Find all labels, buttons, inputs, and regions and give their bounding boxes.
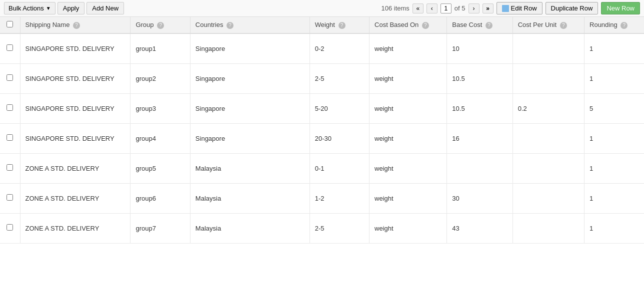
col-label-weight: Weight bbox=[315, 21, 335, 28]
cell-group: group4 bbox=[130, 123, 190, 153]
cell-base-cost: 10 bbox=[447, 33, 512, 63]
cell-countries: Singapore bbox=[190, 93, 310, 123]
col-header-group: Group ? bbox=[130, 17, 190, 33]
cell-shipping-name: SINGAPORE STD. DELIVERY bbox=[20, 63, 130, 93]
table-row: ZONE A STD. DELIVERYgroup6Malaysia1-2wei… bbox=[0, 183, 644, 213]
row-checkbox[interactable] bbox=[6, 224, 13, 231]
cell-base-cost: 30 bbox=[447, 183, 512, 213]
add-new-button[interactable]: Add New bbox=[86, 2, 124, 14]
cell-base-cost bbox=[447, 153, 512, 183]
table-row: ZONE A STD. DELIVERYgroup5Malaysia0-1wei… bbox=[0, 153, 644, 183]
row-checkbox[interactable] bbox=[6, 44, 13, 51]
cell-cost-per-unit bbox=[512, 183, 584, 213]
cell-countries: Malaysia bbox=[190, 183, 310, 213]
group-help-icon: ? bbox=[157, 22, 164, 29]
shipping-table: Shipping Name ? Group ? Countries ? Weig… bbox=[0, 17, 644, 244]
col-header-shipping-name: Shipping Name ? bbox=[20, 17, 130, 33]
items-count: 106 items bbox=[381, 4, 409, 12]
duplicate-row-button[interactable]: Duplicate Row bbox=[546, 2, 598, 14]
cell-cost-per-unit bbox=[512, 123, 584, 153]
table-row: SINGAPORE STD. DELIVERYgroup2Singapore2-… bbox=[0, 63, 644, 93]
apply-button[interactable]: Apply bbox=[58, 2, 85, 14]
countries-help-icon: ? bbox=[226, 22, 234, 29]
bulk-actions-button[interactable]: Bulk Actions ▼ bbox=[4, 2, 56, 14]
cell-group: group7 bbox=[130, 213, 190, 243]
cell-group: group1 bbox=[130, 33, 190, 63]
row-checkbox[interactable] bbox=[6, 104, 13, 111]
cell-rounding: 1 bbox=[584, 213, 644, 243]
row-checkbox[interactable] bbox=[6, 74, 13, 81]
col-header-base-cost: Base Cost ? bbox=[447, 17, 512, 33]
cell-base-cost: 10.5 bbox=[447, 63, 512, 93]
rounding-help-icon: ? bbox=[620, 22, 628, 29]
row-checkbox-cell bbox=[0, 63, 20, 93]
cell-cost-based-on: weight bbox=[370, 33, 447, 63]
table-row: ZONE A STD. DELIVERYgroup7Malaysia2-5wei… bbox=[0, 213, 644, 243]
col-header-rounding: Rounding ? bbox=[584, 17, 644, 33]
col-header-cost-based-on: Cost Based On ? bbox=[370, 17, 447, 33]
table-row: SINGAPORE STD. DELIVERYgroup4Singapore20… bbox=[0, 123, 644, 153]
row-checkbox[interactable] bbox=[6, 194, 13, 201]
col-label-cost-per-unit: Cost Per Unit bbox=[518, 21, 556, 28]
page-first-button[interactable]: « bbox=[412, 3, 424, 13]
col-label-base-cost: Base Cost bbox=[452, 21, 482, 28]
col-header-cost-per-unit: Cost Per Unit ? bbox=[512, 17, 584, 33]
cell-cost-per-unit bbox=[512, 33, 584, 63]
cell-base-cost: 10.5 bbox=[447, 93, 512, 123]
cell-cost-per-unit bbox=[512, 63, 584, 93]
table-row: SINGAPORE STD. DELIVERYgroup3Singapore5-… bbox=[0, 93, 644, 123]
toolbar-right: 106 items « ‹ 1 of 5 › » Edit Row Duplic… bbox=[381, 2, 640, 14]
shipping-name-help-icon: ? bbox=[73, 22, 80, 29]
col-label-countries: Countries bbox=[196, 21, 224, 28]
cell-shipping-name: SINGAPORE STD. DELIVERY bbox=[20, 123, 130, 153]
cell-shipping-name: ZONE A STD. DELIVERY bbox=[20, 183, 130, 213]
weight-help-icon: ? bbox=[338, 22, 346, 29]
page-prev-button[interactable]: ‹ bbox=[426, 3, 438, 13]
cell-cost-based-on: weight bbox=[370, 183, 447, 213]
cell-cost-per-unit bbox=[512, 213, 584, 243]
row-checkbox-cell bbox=[0, 183, 20, 213]
cost-per-unit-help-icon: ? bbox=[560, 22, 567, 29]
row-checkbox-cell bbox=[0, 213, 20, 243]
cell-rounding: 1 bbox=[584, 123, 644, 153]
base-cost-help-icon: ? bbox=[486, 22, 492, 29]
cell-cost-based-on: weight bbox=[370, 213, 447, 243]
cell-group: group5 bbox=[130, 153, 190, 183]
page-of-label: of 5 bbox=[454, 4, 466, 12]
current-page-button[interactable]: 1 bbox=[440, 3, 452, 13]
cell-shipping-name: ZONE A STD. DELIVERY bbox=[20, 153, 130, 183]
cell-weight: 0-1 bbox=[310, 153, 369, 183]
col-header-weight: Weight ? bbox=[310, 17, 369, 33]
cell-cost-per-unit: 0.2 bbox=[512, 93, 584, 123]
cell-group: group2 bbox=[130, 63, 190, 93]
cell-cost-per-unit bbox=[512, 153, 584, 183]
col-label-cost-based-on: Cost Based On bbox=[374, 21, 418, 28]
cell-weight: 1-2 bbox=[310, 183, 369, 213]
row-checkbox-cell bbox=[0, 33, 20, 63]
cell-cost-based-on: weight bbox=[370, 153, 447, 183]
col-label-rounding: Rounding bbox=[590, 21, 618, 28]
cell-group: group3 bbox=[130, 93, 190, 123]
row-checkbox-cell bbox=[0, 153, 20, 183]
row-checkbox[interactable] bbox=[6, 164, 13, 171]
row-checkbox-cell bbox=[0, 93, 20, 123]
col-label-group: Group bbox=[136, 21, 154, 28]
edit-row-button[interactable]: Edit Row bbox=[496, 2, 542, 14]
cell-countries: Singapore bbox=[190, 63, 310, 93]
cell-countries: Singapore bbox=[190, 123, 310, 153]
bulk-actions-arrow-icon: ▼ bbox=[46, 5, 51, 11]
table-row: SINGAPORE STD. DELIVERYgroup1Singapore0-… bbox=[0, 33, 644, 63]
edit-row-icon bbox=[502, 5, 509, 12]
page-next-button[interactable]: › bbox=[468, 3, 480, 13]
bulk-actions-label: Bulk Actions bbox=[8, 4, 44, 12]
select-all-checkbox[interactable] bbox=[6, 21, 13, 27]
row-checkbox[interactable] bbox=[6, 134, 13, 141]
new-row-button[interactable]: New Row bbox=[601, 2, 640, 14]
page-last-button[interactable]: » bbox=[482, 3, 494, 13]
cell-shipping-name: SINGAPORE STD. DELIVERY bbox=[20, 33, 130, 63]
cell-weight: 2-5 bbox=[310, 63, 369, 93]
cell-cost-based-on: weight bbox=[370, 63, 447, 93]
cell-shipping-name: SINGAPORE STD. DELIVERY bbox=[20, 93, 130, 123]
cell-rounding: 5 bbox=[584, 93, 644, 123]
cell-cost-based-on: weight bbox=[370, 123, 447, 153]
